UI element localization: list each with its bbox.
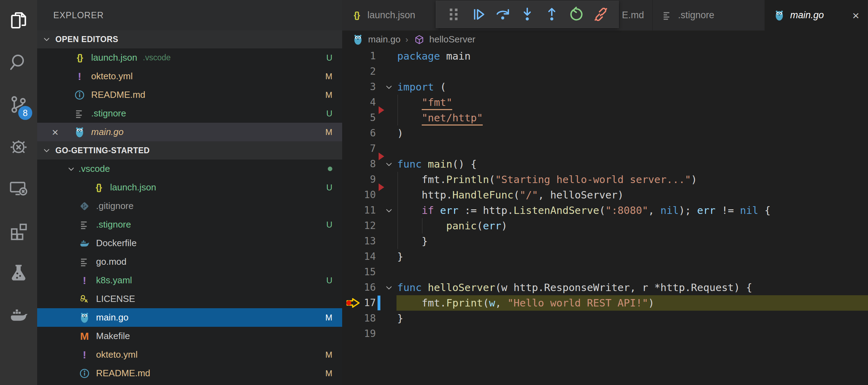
code-line-11[interactable]: 11 if err := http.ListenAndServe(":8080"… [342,203,868,218]
tree-item-go.mod[interactable]: go.mod [37,252,342,271]
debug-step-out-button[interactable] [541,3,563,26]
tab-.stignore[interactable]: .stignore [653,0,765,31]
activity-search-button[interactable] [0,42,37,84]
fold-chevron-icon[interactable] [383,79,395,95]
oe-item-okteto.yml[interactable]: !okteto.ymlM [37,67,342,86]
file-label: k8s.yaml [96,275,132,286]
code-line-19[interactable]: 19 [342,326,868,342]
go-file-icon [74,126,86,138]
tree-item-Dockerfile[interactable]: Dockerfile [37,234,342,252]
code-line-8[interactable]: 8func main() { [342,156,868,172]
open-editors-header[interactable]: OPEN EDITORS [37,30,342,48]
debug-continue-button[interactable] [467,3,489,26]
tree-item-launch.json[interactable]: {}launch.jsonU [37,178,342,197]
line-number[interactable]: 7 [342,141,376,156]
line-number[interactable]: 4 [342,95,376,110]
code-line-3[interactable]: 3import ( [342,79,868,95]
code-line-13[interactable]: 13 } [342,234,868,249]
tree-item-.stignore[interactable]: .stignoreU [37,215,342,234]
code-line-7[interactable]: 7 [342,141,868,156]
tab-launch.json[interactable]: {}launch.json [342,0,439,31]
code-editor[interactable]: 1package main23import (4 "fmt"5 "net/htt… [342,48,868,385]
tree-item-README.md[interactable]: README.mdM [37,364,342,383]
code-line-6[interactable]: 6) [342,126,868,141]
code-line-15[interactable]: 15 [342,264,868,280]
folder-header[interactable]: GO-GETTING-STARTED [37,141,342,160]
code-line-12[interactable]: 12 panic(err) [342,218,868,234]
breadcrumb-file[interactable]: main.go [368,34,401,45]
breadcrumb-symbol[interactable]: helloServer [429,34,476,45]
activity-source-control-button[interactable]: 8 [0,84,37,126]
tab-main.go[interactable]: main.go× [765,0,868,31]
lines-file-icon [74,108,86,120]
code-line-10[interactable]: 10 http.HandleFunc("/", helloServer) [342,187,868,203]
line-number[interactable]: 18 [342,311,376,326]
close-icon[interactable]: × [852,9,859,21]
code-text: func main() { [397,156,477,172]
whale-solid-icon [9,305,28,326]
oe-item-main.go[interactable]: ×main.goM [37,123,342,141]
tree-item-LICENSE[interactable]: LICENSE [37,290,342,308]
oe-item-README.md[interactable]: README.mdM [37,86,342,104]
activity-explorer-button[interactable] [0,0,37,42]
code-line-9[interactable]: 9 fmt.Println("Starting hello-world serv… [342,172,868,187]
line-number[interactable]: 19 [342,326,376,342]
activity-testing-button[interactable] [0,252,37,295]
lines-file-icon [79,219,90,231]
line-number[interactable]: 9 [342,172,376,187]
debug-step-into-button[interactable] [516,3,538,26]
file-label: launch.json [110,182,156,193]
line-number[interactable]: 1 [342,48,376,64]
code-line-18[interactable]: 18} [342,311,868,326]
json-file-icon: {} [74,52,86,64]
scm-count-badge: 8 [18,106,32,120]
fold-chevron-icon[interactable] [383,203,395,218]
debug-gripper-button[interactable] [442,3,465,26]
oe-item-launch.json[interactable]: {}launch.json.vscodeU [37,48,342,67]
line-number[interactable]: 16 [342,280,376,295]
oe-item-.stignore[interactable]: .stignoreU [37,104,342,123]
line-number[interactable]: 12 [342,218,376,234]
line-number[interactable]: 6 [342,126,376,141]
tree-item-Makefile[interactable]: MMakefile [37,327,342,345]
activity-remote-explorer-button[interactable] [0,168,37,210]
remote-icon [9,179,28,200]
code-text: func helloServer(w http.ResponseWriter, … [397,280,752,295]
code-line-16[interactable]: 16func helloServer(w http.ResponseWriter… [342,280,868,295]
line-number[interactable]: 14 [342,249,376,264]
line-number[interactable]: 11 [342,203,376,218]
lines-file-icon [661,9,673,21]
git-file-icon [79,200,90,212]
line-number[interactable]: 3 [342,79,376,95]
code-line-5[interactable]: 5 "net/http" [342,110,868,126]
debug-restart-button[interactable] [565,3,588,26]
code-line-17[interactable]: 17 fmt.Fprint(w, "Hello world REST API!"… [342,295,868,311]
line-number[interactable]: 5 [342,110,376,126]
fold-chevron-icon[interactable] [383,156,395,172]
tree-item-main.go[interactable]: main.goM [37,308,342,327]
whale-file-icon [79,237,90,249]
tab-label: launch.json [367,10,415,21]
activity-run-and-debug-button[interactable] [0,126,37,168]
tree-item-.vscode[interactable]: .vscode [37,160,342,178]
close-icon[interactable]: × [52,127,66,138]
tree-item-k8s.yaml[interactable]: !k8s.yamlU [37,271,342,290]
code-line-14[interactable]: 14} [342,249,868,264]
activity-docker-button[interactable] [0,295,37,337]
debug-arrow-breakpoint-icon[interactable] [344,297,362,309]
code-line-1[interactable]: 1package main [342,48,868,64]
fold-chevron-icon[interactable] [383,280,395,295]
code-line-4[interactable]: 4 "fmt" [342,95,868,110]
tree-item-okteto.yml[interactable]: !okteto.ymlM [37,345,342,364]
json-file-icon: {} [351,9,362,21]
debug-disconnect-button[interactable] [590,3,612,26]
code-line-2[interactable]: 2 [342,64,868,79]
tree-item-.gitignore[interactable]: .gitignore [37,197,342,215]
line-number[interactable]: 8 [342,156,376,172]
line-number[interactable]: 15 [342,264,376,280]
line-number[interactable]: 2 [342,64,376,79]
debug-step-over-button[interactable] [491,3,514,26]
line-number[interactable]: 10 [342,187,376,203]
line-number[interactable]: 13 [342,234,376,249]
activity-extensions-button[interactable] [0,210,37,252]
